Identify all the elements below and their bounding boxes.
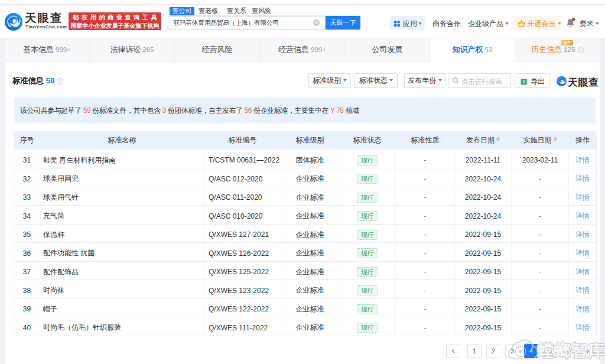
svg-text:X: X <box>522 79 525 84</box>
